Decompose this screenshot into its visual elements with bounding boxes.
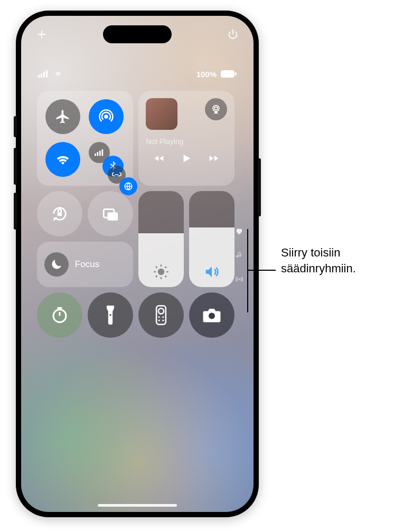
screen: 100% <box>21 16 254 512</box>
timer-icon <box>50 306 69 325</box>
airplay-icon <box>211 104 221 115</box>
svg-rect-1 <box>41 73 42 78</box>
battery-percent: 100% <box>196 70 217 79</box>
svg-point-31 <box>158 320 160 321</box>
svg-rect-4 <box>221 70 234 78</box>
control-center-topbar <box>21 25 254 43</box>
iphone-device-frame: 100% <box>16 11 259 517</box>
airdrop-icon <box>98 109 114 125</box>
brightness-icon <box>153 264 169 280</box>
globe-icon <box>124 182 133 191</box>
wifi-icon <box>53 70 63 78</box>
media-panel[interactable]: Not Playing <box>138 91 234 186</box>
power-side-button <box>258 158 261 216</box>
svg-rect-13 <box>58 212 62 216</box>
svg-point-35 <box>239 279 240 280</box>
screen-mirroring-button[interactable] <box>88 191 133 236</box>
svg-line-21 <box>156 267 157 268</box>
flashlight-icon <box>105 306 116 325</box>
focus-button[interactable]: Focus <box>37 242 133 287</box>
svg-rect-0 <box>38 75 40 78</box>
control-center-grid: Not Playing Focus <box>37 91 238 338</box>
wifi-icon <box>55 151 71 167</box>
svg-point-12 <box>214 107 218 110</box>
brightness-slider[interactable] <box>138 191 184 287</box>
svg-rect-15 <box>107 212 118 221</box>
svg-point-30 <box>162 316 164 318</box>
svg-line-24 <box>165 267 167 268</box>
camera-icon <box>202 307 221 323</box>
heart-icon[interactable] <box>235 227 243 235</box>
plus-icon[interactable] <box>36 28 48 40</box>
home-indicator[interactable] <box>98 504 177 507</box>
svg-point-29 <box>158 316 160 318</box>
volume-slider[interactable] <box>189 191 234 287</box>
battery-icon <box>221 70 237 78</box>
volume-up-button <box>14 148 17 185</box>
album-art <box>146 98 177 130</box>
svg-point-16 <box>158 269 165 276</box>
volume-down-button <box>14 193 17 230</box>
side-button <box>14 116 17 137</box>
svg-point-6 <box>104 115 108 119</box>
airdrop-toggle[interactable] <box>89 99 124 134</box>
svg-point-26 <box>109 314 111 316</box>
svg-point-11 <box>213 106 219 112</box>
remote-icon <box>155 305 167 325</box>
timer-button[interactable] <box>37 292 82 338</box>
volume-fill <box>189 227 234 287</box>
svg-rect-5 <box>235 72 237 75</box>
media-title: Not Playing <box>146 137 227 146</box>
orientation-lock-toggle[interactable] <box>37 191 82 236</box>
svg-rect-3 <box>46 70 48 78</box>
do-not-disturb-icon-wrap <box>44 252 69 277</box>
svg-point-28 <box>158 308 164 314</box>
flashlight-button[interactable] <box>88 292 133 338</box>
airplane-mode-toggle[interactable] <box>45 99 80 134</box>
moon-icon <box>50 258 63 271</box>
status-bar: 100% <box>21 66 254 81</box>
music-note-icon[interactable] <box>236 250 243 260</box>
link-icon <box>112 172 121 178</box>
svg-point-33 <box>209 313 215 319</box>
rewind-icon[interactable] <box>152 153 166 164</box>
airplane-icon <box>55 109 71 125</box>
broadcast-icon[interactable] <box>234 274 244 284</box>
wifi-toggle[interactable] <box>45 142 80 177</box>
orientation-lock-icon <box>51 205 69 223</box>
svg-line-22 <box>165 276 167 278</box>
apple-tv-remote-button[interactable] <box>138 292 184 338</box>
fast-forward-icon[interactable] <box>207 153 221 164</box>
volume-icon <box>203 264 220 280</box>
svg-point-32 <box>162 320 164 321</box>
airplay-button[interactable] <box>205 98 227 120</box>
screen-mirroring-icon <box>101 205 119 223</box>
play-icon[interactable] <box>181 152 192 165</box>
callout-text: Siirry toisiin säädinryhmiin. <box>281 245 402 276</box>
svg-rect-2 <box>43 72 45 78</box>
page-indicator[interactable] <box>234 227 244 284</box>
callout-leader-line <box>247 229 279 324</box>
camera-button[interactable] <box>189 292 234 338</box>
svg-line-23 <box>156 276 157 278</box>
focus-label: Focus <box>75 259 99 270</box>
brightness-fill <box>138 233 184 287</box>
power-icon[interactable] <box>227 28 239 40</box>
cellular-bars-icon <box>38 70 49 78</box>
satellite-toggle[interactable] <box>119 177 137 195</box>
satellite-hotspot-cluster[interactable] <box>108 166 137 195</box>
